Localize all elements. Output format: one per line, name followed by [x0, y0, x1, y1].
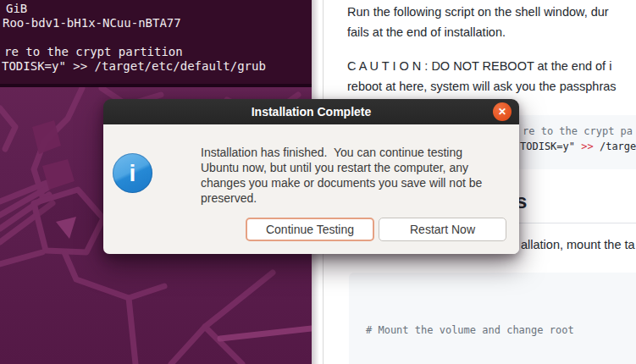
doc-caution-paragraph: C A U T I O N : DO NOT REBOOT at the end… [347, 57, 617, 97]
screen: GiB Roo-bdv1-bH1x-NCuu-nBTA77 re to the … [0, 0, 636, 364]
restart-now-label: Restart Now [410, 223, 475, 236]
code-line: TODISK=y" >> /targe [520, 139, 636, 154]
dialog-titlebar[interactable]: Installation Complete ✕ [103, 99, 519, 124]
doc-paragraph-line: C A U T I O N : DO NOT REBOOT at the end… [347, 57, 617, 77]
info-icon-glyph: i [130, 160, 136, 187]
code-text: /targe [594, 141, 636, 152]
doc-paragraph-line: Run the following script on the shell wi… [347, 3, 609, 23]
terminal-line [0, 30, 312, 45]
code-operator: >> [581, 141, 593, 152]
terminal-window[interactable]: GiB Roo-bdv1-bH1x-NCuu-nBTA77 re to the … [0, 0, 312, 87]
terminal-line: TODISK=y" >> /target/etc/default/grub [0, 59, 312, 74]
continue-testing-label: Continue Testing [266, 223, 354, 236]
code-block-mount: # Mount the volume and change root # /ta… [349, 273, 636, 364]
close-button[interactable]: ✕ [493, 102, 512, 121]
restart-now-button[interactable]: Restart Now [379, 218, 506, 241]
info-icon: i [113, 153, 152, 193]
dialog-message-line: Installation has finished. You can conti… [201, 145, 482, 160]
continue-testing-button[interactable]: Continue Testing [246, 218, 374, 241]
terminal-line: GiB [0, 2, 312, 16]
doc-paragraph: Run the following script on the shell wi… [347, 3, 609, 42]
doc-paragraph: allation, mount the ta [521, 236, 635, 253]
dialog-message: Installation has finished. You can conti… [201, 145, 482, 206]
terminal-line: Roo-bdv1-bH1x-NCuu-nBTA77 [0, 16, 312, 30]
doc-paragraph-line: fails at the end of installation. [347, 23, 609, 43]
doc-paragraph-line: reboot at here, system will ask you the … [347, 77, 617, 97]
dialog-title: Installation Complete [252, 105, 372, 119]
terminal-line: re to the crypt partition [0, 45, 312, 59]
code-line-comment: # Mount the volume and change root [366, 322, 636, 339]
dialog-message-line: Ubuntu now, but until you restart the co… [201, 160, 482, 175]
code-line-comment: re to the crypt pa [523, 124, 633, 139]
installation-complete-dialog: Installation Complete ✕ i Installation h… [103, 99, 519, 254]
dialog-message-line: preserved. [201, 190, 482, 206]
code-text: TODISK=y" [520, 141, 581, 152]
dialog-message-line: changes you make or documents you save w… [201, 175, 482, 190]
close-icon: ✕ [498, 106, 506, 118]
